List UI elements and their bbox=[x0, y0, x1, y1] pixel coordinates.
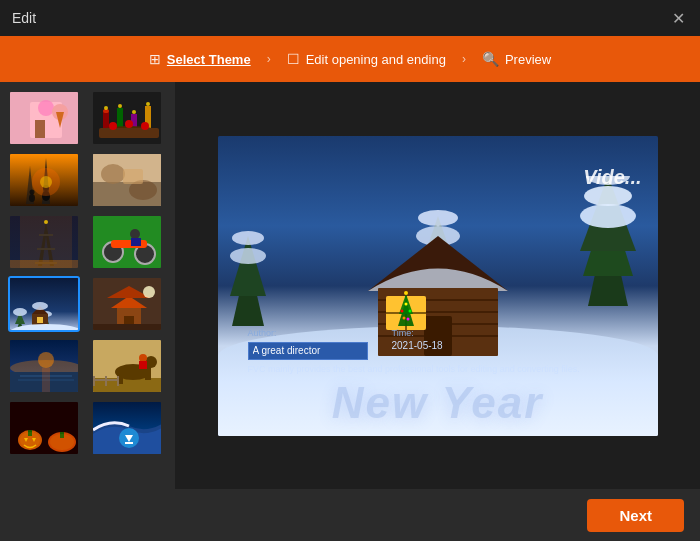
svg-point-106 bbox=[580, 204, 636, 228]
svg-rect-60 bbox=[37, 317, 43, 323]
preview-icon: 🔍 bbox=[482, 51, 499, 67]
svg-point-16 bbox=[146, 102, 150, 106]
svg-point-28 bbox=[30, 190, 35, 195]
theme-thumb-7[interactable] bbox=[8, 276, 80, 332]
step-edit-opening[interactable]: ☐ Edit opening and ending bbox=[287, 51, 446, 67]
step-bar: ⊞ Select Theme › ☐ Edit opening and endi… bbox=[0, 36, 700, 82]
author-input[interactable] bbox=[248, 342, 368, 360]
new-year-text: New Year bbox=[332, 378, 544, 428]
time-field: Time: 2021-05-18 bbox=[392, 328, 443, 351]
svg-point-10 bbox=[104, 106, 108, 110]
svg-point-112 bbox=[418, 210, 458, 226]
svg-point-131 bbox=[400, 309, 403, 312]
svg-rect-87 bbox=[93, 379, 119, 381]
theme-thumb-3[interactable] bbox=[8, 152, 80, 208]
step-preview[interactable]: 🔍 Preview bbox=[482, 51, 551, 67]
svg-point-107 bbox=[584, 186, 632, 206]
theme-thumb-8[interactable] bbox=[91, 276, 163, 332]
preview-scene: New Year Vide... Author: Time: 2021-05-1… bbox=[218, 136, 658, 436]
svg-rect-68 bbox=[93, 324, 163, 332]
preview-overlay: Author: Time: 2021-05-18 FVC mainly prov… bbox=[248, 328, 648, 374]
svg-rect-83 bbox=[139, 361, 147, 369]
svg-point-27 bbox=[29, 194, 35, 202]
preview-container: New Year Vide... Author: Time: 2021-05-1… bbox=[218, 136, 658, 436]
step-preview-label: Preview bbox=[505, 52, 551, 67]
svg-point-20 bbox=[125, 120, 133, 128]
svg-point-115 bbox=[230, 248, 266, 264]
arrow-2: › bbox=[462, 52, 466, 66]
svg-rect-75 bbox=[42, 368, 50, 394]
svg-point-14 bbox=[132, 110, 136, 114]
description-text: FVC mainly provides the best and profess… bbox=[248, 364, 628, 374]
svg-point-116 bbox=[232, 231, 264, 245]
author-field: Author: bbox=[248, 328, 368, 360]
svg-point-132 bbox=[404, 302, 407, 305]
arrow-1: › bbox=[267, 52, 271, 66]
theme-thumb-4[interactable] bbox=[91, 152, 163, 208]
svg-point-49 bbox=[130, 229, 140, 239]
step-select-theme[interactable]: ⊞ Select Theme bbox=[149, 51, 251, 67]
svg-point-98 bbox=[50, 434, 74, 450]
svg-rect-102 bbox=[125, 442, 133, 444]
theme-thumb-10[interactable] bbox=[91, 338, 163, 394]
theme-thumb-6[interactable] bbox=[91, 214, 163, 270]
theme-thumb-1[interactable] bbox=[8, 90, 80, 146]
theme-thumb-12[interactable] bbox=[91, 400, 163, 456]
svg-point-34 bbox=[101, 164, 125, 184]
svg-rect-44 bbox=[10, 260, 80, 270]
step-select-theme-label: Select Theme bbox=[167, 52, 251, 67]
time-value: 2021-05-18 bbox=[392, 340, 443, 351]
svg-point-67 bbox=[143, 286, 155, 298]
svg-point-12 bbox=[118, 104, 122, 108]
svg-point-54 bbox=[13, 308, 27, 316]
svg-point-74 bbox=[38, 352, 54, 368]
svg-point-135 bbox=[406, 317, 409, 320]
title-bar: Edit ✕ bbox=[0, 0, 700, 36]
thumbnail-sidebar bbox=[0, 82, 175, 489]
theme-thumb-5[interactable] bbox=[8, 214, 80, 270]
main-content: New Year Vide... Author: Time: 2021-05-1… bbox=[0, 82, 700, 489]
next-button[interactable]: Next bbox=[587, 499, 684, 532]
svg-point-136 bbox=[404, 291, 408, 295]
svg-point-19 bbox=[109, 122, 117, 130]
window-title: Edit bbox=[12, 10, 36, 26]
vide-label: Vide... bbox=[583, 166, 641, 189]
step-edit-opening-label: Edit opening and ending bbox=[306, 52, 446, 67]
theme-thumb-9[interactable] bbox=[8, 338, 80, 394]
edit-icon: ☐ bbox=[287, 51, 300, 67]
svg-point-21 bbox=[141, 122, 149, 130]
theme-icon: ⊞ bbox=[149, 51, 161, 67]
svg-rect-36 bbox=[123, 169, 143, 184]
footer: Next bbox=[0, 489, 700, 541]
preview-area: New Year Vide... Author: Time: 2021-05-1… bbox=[175, 82, 700, 489]
svg-point-97 bbox=[20, 432, 40, 448]
time-label: Time: bbox=[392, 328, 443, 338]
svg-point-30 bbox=[40, 176, 52, 188]
svg-rect-50 bbox=[131, 238, 141, 246]
theme-thumb-11[interactable] bbox=[8, 400, 80, 456]
svg-rect-18 bbox=[99, 128, 159, 138]
svg-point-134 bbox=[402, 316, 405, 319]
author-label: Author: bbox=[248, 328, 368, 338]
svg-point-59 bbox=[32, 302, 48, 310]
close-button[interactable]: ✕ bbox=[668, 8, 688, 28]
svg-point-82 bbox=[139, 354, 147, 362]
svg-rect-48 bbox=[111, 240, 147, 248]
svg-rect-4 bbox=[10, 92, 80, 146]
theme-thumb-2[interactable] bbox=[91, 90, 163, 146]
svg-point-133 bbox=[408, 309, 411, 312]
